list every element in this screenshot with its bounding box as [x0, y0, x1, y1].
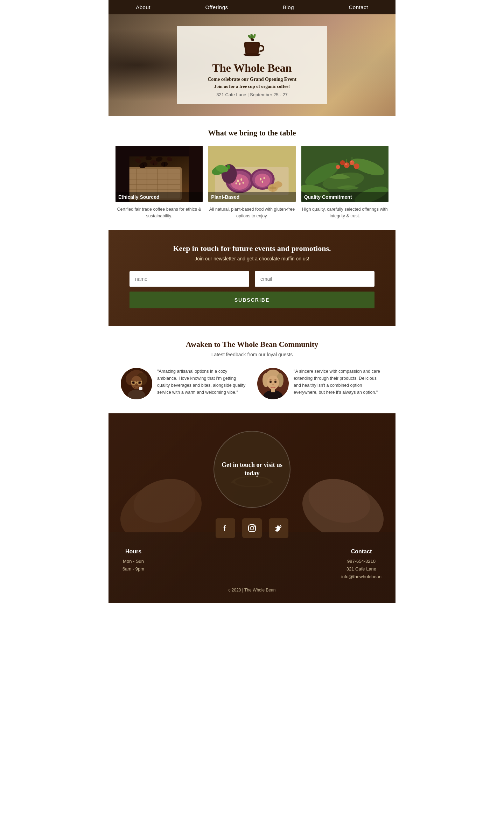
- svg-point-92: [272, 384, 274, 385]
- feature-ethically-sourced: Ethically Sourced Certified fair trade c…: [115, 146, 203, 219]
- svg-point-81: [139, 382, 141, 384]
- subscribe-button[interactable]: SUBSCRIBE: [130, 292, 374, 308]
- nav-contact[interactable]: Contact: [349, 4, 368, 10]
- svg-point-38: [240, 178, 242, 181]
- footer-hours: Hours Mon - Sun6am - 9pm: [122, 548, 144, 573]
- svg-point-52: [274, 181, 282, 188]
- plant-based-desc: All natural, plant-based food with glute…: [208, 206, 295, 219]
- testimonials-grid: "Amazing artisanal options in a cozy amb…: [115, 368, 388, 399]
- hero-title: The Whole Bean: [191, 62, 313, 75]
- footer-cta-circle: Get in touch or visit us today: [214, 431, 290, 508]
- ethically-sourced-desc: Certified fair trade coffee beans for et…: [115, 206, 203, 219]
- hero-tagline: Join us for a free cup of organic coffee…: [191, 84, 313, 89]
- hours-lines: Mon - Sun6am - 9pm: [122, 558, 144, 573]
- svg-point-39: [239, 183, 240, 185]
- quality-commitment-label: Quality Commitment: [301, 192, 388, 202]
- facebook-icon[interactable]: f: [216, 518, 235, 538]
- svg-point-41: [243, 182, 244, 184]
- newsletter-section: Keep in touch for future events and prom…: [108, 230, 396, 326]
- hours-title: Hours: [122, 548, 144, 555]
- contact-info: 987-654-3210321 Cafe Laneinfo@thewholebe…: [341, 558, 382, 581]
- instagram-icon[interactable]: [242, 518, 262, 538]
- quality-commitment-desc: High quality, carefully selected offerin…: [301, 206, 388, 219]
- testimonial-2: "A sincere service with compassion and c…: [257, 368, 383, 399]
- svg-point-26: [145, 156, 152, 161]
- svg-point-25: [166, 156, 173, 162]
- plant-based-image: Plant-Based: [208, 146, 295, 202]
- features-section: What we bring to the table: [108, 116, 396, 230]
- footer: Get in touch or visit us today f: [108, 413, 396, 603]
- community-title: Awaken to The Whole Bean Community: [115, 340, 388, 349]
- hero-address: 321 Cafe Lane | September 25 - 27: [191, 92, 313, 97]
- svg-point-90: [270, 380, 272, 383]
- svg-point-44: [255, 174, 270, 187]
- testimonial-1-text: "Amazing artisanal options in a cozy amb…: [157, 368, 247, 396]
- features-grid: Ethically Sourced Certified fair trade c…: [115, 146, 388, 219]
- nav-blog[interactable]: Blog: [283, 4, 294, 10]
- svg-rect-94: [271, 388, 275, 392]
- feature-quality-commitment: Quality Commitment High quality, careful…: [301, 146, 388, 219]
- avatar-2: [257, 368, 289, 399]
- newsletter-title: Keep in touch for future events and prom…: [119, 244, 385, 253]
- svg-point-6: [244, 53, 260, 56]
- footer-contact: Contact 987-654-3210321 Cafe Laneinfo@th…: [341, 548, 382, 581]
- community-section: Awaken to The Whole Bean Community Lates…: [108, 326, 396, 413]
- social-icons: f: [122, 518, 382, 538]
- features-title: What we bring to the table: [115, 128, 388, 138]
- svg-point-47: [262, 181, 263, 183]
- svg-line-22: [164, 162, 164, 166]
- footer-bottom: Hours Mon - Sun6am - 9pm Contact 987-654…: [122, 548, 382, 581]
- ethically-sourced-image: Ethically Sourced: [115, 146, 203, 202]
- hero-section: The Whole Bean Come celebrate our Grand …: [108, 14, 396, 116]
- coffee-cup-icon: [191, 34, 313, 60]
- svg-point-45: [260, 178, 261, 181]
- newsletter-subtitle: Join our newsletter and get a chocolate …: [119, 256, 385, 261]
- hero-subtitle: Come celebrate our Grand Opening Event: [191, 77, 313, 82]
- testimonial-1: "Amazing artisanal options in a cozy amb…: [121, 368, 247, 399]
- twitter-icon[interactable]: [269, 518, 288, 538]
- contact-title: Contact: [341, 548, 382, 555]
- nav-about[interactable]: About: [136, 4, 150, 10]
- quality-commitment-image: Quality Commitment: [301, 146, 388, 202]
- name-input[interactable]: [130, 271, 249, 287]
- footer-copyright: c 2020 | The Whole Bean: [122, 588, 382, 593]
- hero-card: The Whole Bean Come celebrate our Grand …: [177, 26, 327, 104]
- svg-point-40: [236, 182, 237, 184]
- svg-point-91: [274, 380, 276, 383]
- svg-point-105: [250, 526, 254, 530]
- svg-rect-84: [139, 387, 142, 390]
- svg-text:f: f: [223, 524, 226, 533]
- newsletter-inputs: [130, 271, 374, 287]
- svg-point-80: [132, 382, 134, 384]
- testimonial-2-text: "A sincere service with compassion and c…: [294, 368, 383, 396]
- svg-point-37: [237, 180, 239, 182]
- avatar-1: [121, 368, 152, 399]
- svg-point-106: [253, 525, 255, 527]
- svg-point-46: [264, 177, 265, 179]
- email-input[interactable]: [255, 271, 374, 287]
- nav-offerings[interactable]: Offerings: [205, 4, 228, 10]
- svg-point-82: [135, 385, 138, 386]
- svg-point-23: [134, 158, 142, 163]
- plant-based-label: Plant-Based: [208, 192, 295, 202]
- community-subtitle: Latest feedback from our loyal guests: [115, 352, 388, 357]
- footer-cta-text: Get in touch or visit us today: [221, 461, 283, 477]
- ethically-sourced-label: Ethically Sourced: [115, 192, 203, 202]
- main-nav: About Offerings Blog Contact: [108, 0, 396, 14]
- feature-plant-based: Plant-Based All natural, plant-based foo…: [208, 146, 295, 219]
